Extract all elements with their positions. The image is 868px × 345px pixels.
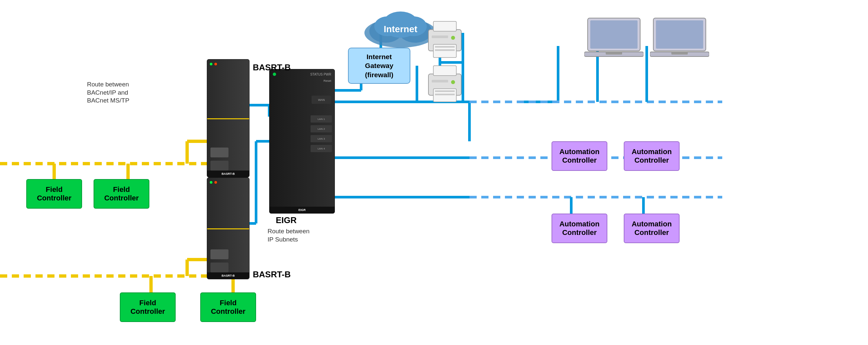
svg-rect-65 [671, 52, 688, 55]
gateway-label: InternetGateway(firewall) [365, 52, 393, 79]
eigr-device: STATUS PWR Reset WAN LAN 1 LAN 2 LAN 3 L… [269, 69, 335, 213]
route-label: Route betweenBACnet/IP andBACnet MS/TP [87, 81, 159, 105]
field-controller-3: FieldController [120, 292, 176, 322]
field-controller-1: FieldController [26, 179, 82, 209]
automation-controller-1: AutomationController [552, 141, 607, 171]
laptop-icon-1 [584, 17, 644, 64]
svg-rect-52 [433, 66, 456, 76]
automation-controller-3: AutomationController [552, 213, 607, 243]
printer-icon-2 [427, 64, 463, 105]
svg-rect-50 [432, 35, 448, 38]
basrt-b-device-bottom: BASRT-B [207, 177, 249, 279]
automation-controller-2: AutomationController [624, 141, 680, 171]
basrt-b-bottom-label: BASRT-B [253, 269, 291, 280]
svg-point-49 [451, 36, 455, 40]
laptop-icon-2 [650, 17, 709, 64]
field-controller-4: FieldController [200, 292, 256, 322]
printer-icon-1 [427, 20, 463, 60]
svg-text:Internet: Internet [384, 24, 417, 34]
gateway-box: InternetGateway(firewall) [348, 48, 410, 84]
eigr-label: EIGR [276, 215, 297, 225]
svg-rect-47 [435, 46, 455, 48]
svg-rect-45 [433, 21, 456, 31]
svg-rect-61 [606, 52, 622, 55]
svg-rect-59 [590, 20, 638, 49]
svg-rect-63 [656, 20, 703, 49]
eigr-sublabel: Route betweenIP Subnets [268, 227, 310, 243]
field-controller-2: FieldController [94, 179, 149, 209]
svg-point-56 [451, 80, 455, 84]
svg-rect-48 [435, 49, 455, 51]
svg-rect-55 [435, 94, 455, 95]
svg-rect-57 [432, 80, 448, 83]
basrt-b-device-top: BASRT-B [207, 59, 249, 177]
automation-controller-4: AutomationController [624, 213, 680, 243]
basrt-b-top-label: BASRT-B [253, 62, 291, 73]
svg-rect-54 [435, 90, 455, 92]
